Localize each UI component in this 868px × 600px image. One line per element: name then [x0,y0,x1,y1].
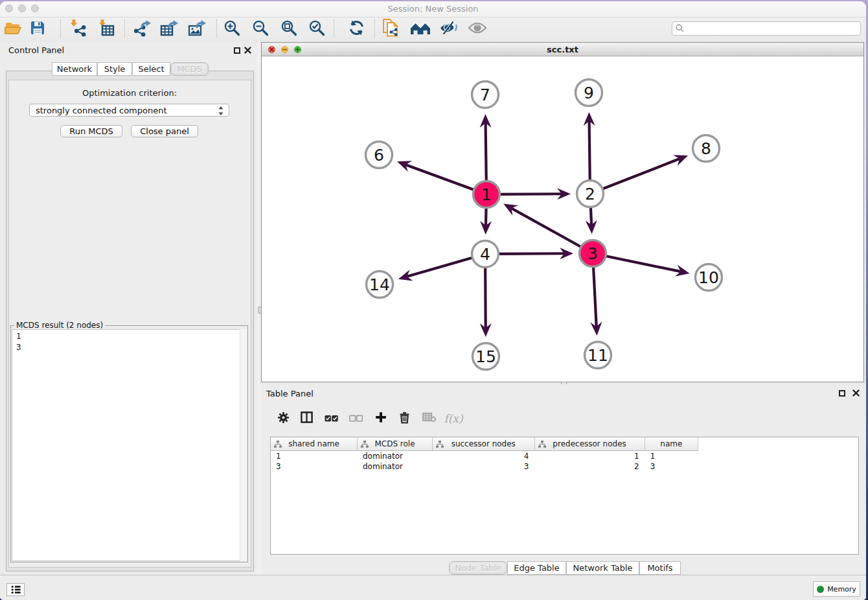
table-cell[interactable]: 3 [271,461,358,472]
import-network-button[interactable] [67,19,89,40]
graph-node-14[interactable]: 14 [367,271,393,298]
network-view-window: scc.txt 7968124314101511 [261,42,864,382]
memory-button[interactable]: Memory [813,581,860,597]
graph-node-7[interactable]: 7 [472,82,499,108]
merge-networks-button[interactable] [409,19,431,40]
zoom-in-button[interactable] [221,19,243,40]
import-table-button[interactable] [96,19,118,40]
graph-node-6[interactable]: 6 [366,142,393,168]
control-panel-float-button[interactable] [234,47,240,54]
open-session-button[interactable] [2,19,24,40]
column-header-shared-name[interactable]: shared name [271,437,358,451]
show-all-button[interactable] [466,19,488,40]
graph-node-8[interactable]: 8 [693,135,720,162]
table-tab-network-table[interactable]: Network Table [566,561,639,575]
graph-node-11[interactable]: 11 [585,342,611,369]
memory-status-icon [817,586,824,593]
houses-icon [410,20,431,38]
run-mcds-button[interactable]: Run MCDS [60,125,122,137]
svg-text:10: 10 [698,268,719,287]
graph-edge-2-8[interactable] [590,155,688,194]
table-tab-node-table[interactable]: Node Table [449,561,507,575]
hide-selected-button[interactable] [438,19,460,40]
search-input[interactable] [672,21,861,36]
column-header-MCDS-role[interactable]: MCDS role [358,437,433,451]
table-cell[interactable]: 1 [645,451,698,461]
column-type-icon [538,441,546,450]
show-columns-button[interactable] [297,410,316,428]
graph-node-1[interactable]: 1 [474,181,500,208]
control-tab-select[interactable]: Select [132,62,170,76]
mcds-result-scrollbar[interactable] [240,329,247,561]
graph-node-9[interactable]: 9 [576,80,602,106]
graph-edge-3-1[interactable] [503,204,593,253]
graph-node-4[interactable]: 4 [472,241,499,268]
control-panel-close-button[interactable] [244,47,251,54]
deselect-all-button[interactable] [346,410,365,428]
table-tab-edge-table[interactable]: Edge Table [507,561,566,575]
deselect-all-icon [349,413,363,425]
zoom-out-icon [251,19,269,40]
select-all-button[interactable] [321,410,341,428]
add-column-button[interactable] [371,410,391,428]
table-options-button[interactable] [273,410,293,428]
svg-text:15: 15 [475,347,496,366]
control-tab-style[interactable]: Style [97,62,132,76]
table-cell[interactable]: 2 [535,461,645,472]
fx-icon: f(x) [444,412,463,425]
svg-text:8: 8 [701,139,711,158]
column-header-label: predecessor nodes [553,439,626,448]
save-session-button[interactable] [27,19,49,40]
table-cell[interactable]: 1 [535,451,645,461]
network-canvas[interactable]: 7968124314101511 [262,56,863,382]
column-header-successor-nodes[interactable]: successor nodes [433,437,535,451]
export-image-icon [187,19,207,40]
graph-node-10[interactable]: 10 [696,264,722,291]
task-history-button[interactable] [6,583,25,596]
open-folder-icon [5,20,22,38]
table-cell[interactable]: 1 [271,451,358,461]
control-tab-network[interactable]: Network [52,62,97,76]
graph-edge-3-10[interactable] [593,253,690,276]
table-cell[interactable]: 4 [433,451,535,461]
control-tab-mcds[interactable]: MCDS [170,62,209,76]
svg-text:9: 9 [584,84,594,102]
select-all-icon [325,413,338,425]
zoom-fit-button[interactable] [278,19,300,40]
zoom-out-button[interactable] [249,19,271,40]
network-window-titlebar[interactable]: scc.txt [262,43,863,56]
toolbar-separator [334,19,334,38]
svg-text:2: 2 [585,185,595,203]
svg-text:14: 14 [369,275,390,294]
table-cell[interactable]: dominator [358,461,433,472]
import-table-icon [98,19,116,40]
optimization-criterion-dropdown[interactable]: strongly connected component [29,104,229,117]
table-cell[interactable]: 3 [433,461,535,472]
column-header-name[interactable]: name [645,437,698,451]
graph-node-3[interactable]: 3 [580,240,606,267]
export-image-button[interactable] [186,19,208,40]
trash-icon [399,411,410,426]
clone-network-button[interactable] [380,19,402,40]
graph-node-15[interactable]: 15 [473,343,499,370]
function-builder-button[interactable]: f(x) [444,410,463,428]
network-window-title: scc.txt [262,45,863,54]
export-network-button[interactable] [131,19,153,40]
column-header-predecessor-nodes[interactable]: predecessor nodes [535,437,645,451]
status-bar: Memory [0,575,866,600]
table-cell[interactable]: 3 [645,461,698,472]
table-tab-motifs[interactable]: Motifs [639,561,681,575]
close-panel-button[interactable]: Close panel [131,125,198,137]
delete-table-button[interactable] [420,410,439,428]
table-panel-float-button[interactable] [839,390,845,397]
svg-text:3: 3 [588,244,598,263]
table-cell[interactable]: dominator [358,451,433,461]
export-table-button[interactable] [158,19,180,40]
mcds-result-textarea[interactable]: 1 3 [12,329,247,561]
table-panel-close-button[interactable] [852,389,860,397]
zoom-selected-button[interactable] [306,19,328,40]
update-network-button[interactable] [345,19,367,40]
delete-column-button[interactable] [394,410,414,428]
graph-node-2[interactable]: 2 [577,181,604,207]
import-network-icon [69,19,87,40]
